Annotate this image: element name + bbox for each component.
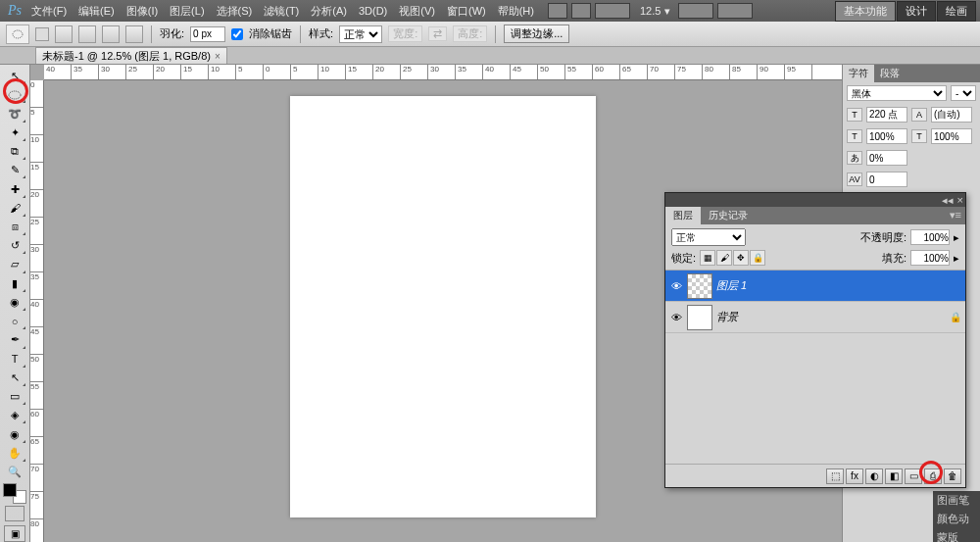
quick-mask-toggle[interactable] (5, 506, 24, 520)
layer-name[interactable]: 背景 (716, 310, 738, 324)
type-tool[interactable]: T (3, 350, 26, 369)
close-tab-icon[interactable]: × (215, 51, 220, 62)
layer-thumbnail[interactable] (687, 273, 712, 299)
menu-image[interactable]: 图像(I) (121, 4, 164, 19)
workspace-tab-design[interactable]: 设计 (897, 1, 936, 22)
3d-camera-tool[interactable]: ◉ (3, 424, 26, 443)
menu-file[interactable]: 文件(F) (25, 4, 73, 19)
stamp-tool[interactable]: ⧇ (3, 218, 26, 236)
quick-select-tool[interactable]: ✦ (3, 123, 26, 142)
menu-layer[interactable]: 图层(L) (164, 4, 210, 19)
extras-dropdown[interactable] (595, 3, 630, 19)
layer-thumbnail[interactable] (687, 305, 712, 330)
hscale-input[interactable] (931, 128, 972, 144)
close-panel-icon[interactable]: × (957, 194, 963, 206)
opacity-input[interactable] (910, 229, 950, 245)
path-select-tool[interactable]: ↖ (3, 369, 26, 387)
collapsed-panel-item[interactable]: 图画笔 (933, 491, 980, 510)
delete-layer-icon[interactable]: 🗑 (944, 468, 961, 484)
selection-add-icon[interactable] (78, 25, 96, 43)
font-size-input[interactable] (866, 107, 907, 123)
menu-window[interactable]: 窗口(W) (441, 4, 492, 19)
canvas[interactable] (290, 96, 596, 517)
layer-fx-icon[interactable]: fx (846, 468, 863, 484)
bridge-icon[interactable] (548, 3, 567, 19)
visibility-icon[interactable]: 👁 (669, 311, 683, 324)
arrange-dropdown[interactable] (678, 3, 713, 19)
selection-intersect-icon[interactable] (125, 25, 143, 43)
lock-transparency-icon[interactable]: ▦ (700, 250, 715, 266)
ruler-vertical[interactable]: 05101520253035404550556065707580 (30, 80, 44, 542)
menu-3d[interactable]: 3D(D) (353, 5, 393, 17)
eraser-tool[interactable]: ▱ (3, 255, 26, 273)
lock-image-icon[interactable]: 🖌 (716, 250, 732, 266)
visibility-icon[interactable]: 👁 (669, 279, 683, 293)
dodge-tool[interactable]: ○ (3, 312, 26, 330)
menu-analyze[interactable]: 分析(A) (305, 4, 353, 19)
blend-mode-select[interactable]: 正常 (671, 228, 746, 246)
document-tab[interactable]: 未标题-1 @ 12.5% (图层 1, RGB/8) × (35, 47, 227, 64)
menu-select[interactable]: 选择(S) (211, 4, 259, 19)
menu-help[interactable]: 帮助(H) (492, 4, 540, 19)
history-brush-tool[interactable]: ↺ (3, 236, 26, 255)
selection-subtract-icon[interactable] (102, 25, 120, 43)
leading-input[interactable] (931, 107, 972, 123)
screen-mode-icon[interactable]: ▣ (4, 525, 25, 542)
collapse-icon[interactable]: ◂◂ (942, 194, 954, 207)
hand-tool[interactable]: ✋ (3, 444, 26, 463)
lasso-tool[interactable]: ➰ (3, 104, 26, 123)
panel-menu-icon[interactable]: ▾≡ (946, 207, 965, 224)
pen-tool[interactable]: ✒ (3, 330, 26, 349)
fill-input[interactable] (910, 250, 950, 266)
panel-titlebar[interactable]: ◂◂× (665, 193, 965, 207)
tab-character[interactable]: 字符 (843, 65, 874, 82)
adjustment-layer-icon[interactable]: ◧ (885, 468, 903, 484)
eyedropper-tool[interactable]: ✎ (3, 161, 26, 179)
workspace-tab-essentials[interactable]: 基本功能 (835, 1, 896, 22)
collapsed-panel-item[interactable]: 蒙版 (933, 528, 980, 542)
selection-new-icon[interactable] (55, 25, 73, 43)
move-tool[interactable]: ↖ (3, 67, 26, 85)
menu-edit[interactable]: 编辑(E) (73, 4, 121, 19)
tab-history[interactable]: 历史记录 (701, 207, 756, 224)
link-layers-icon[interactable]: ⬚ (826, 468, 844, 484)
3d-tool[interactable]: ◈ (3, 406, 26, 424)
layer-mask-icon[interactable]: ◐ (865, 468, 883, 484)
font-family-select[interactable]: 黑体 (847, 85, 947, 101)
kerning-input[interactable] (866, 172, 907, 187)
zoom-level[interactable]: 12.5 (636, 5, 664, 17)
layer-group-icon[interactable]: ▭ (905, 468, 922, 484)
tab-layers[interactable]: 图层 (665, 207, 701, 224)
workspace-tab-painting[interactable]: 绘画 (937, 1, 976, 22)
tracking-input[interactable] (866, 150, 907, 166)
collapsed-panels[interactable]: 图画笔 颜色动 蒙版 (933, 491, 980, 542)
ruler-horizontal[interactable]: 4035302520151050510152025303540455055606… (44, 65, 842, 80)
shape-tool[interactable]: ▭ (3, 387, 26, 406)
healing-tool[interactable]: ✚ (3, 179, 26, 198)
brush-tool[interactable]: 🖌 (3, 199, 26, 218)
current-tool-icon[interactable] (6, 25, 29, 44)
gradient-tool[interactable]: ▮ (3, 274, 26, 293)
style-select[interactable]: 正常 (339, 25, 382, 43)
collapsed-panel-item[interactable]: 颜色动 (933, 510, 980, 528)
feather-input[interactable] (190, 26, 225, 42)
lock-position-icon[interactable]: ✥ (733, 250, 749, 266)
screen-mode-dropdown[interactable] (717, 3, 753, 19)
font-style-select[interactable]: - (951, 85, 976, 101)
marquee-tool[interactable] (3, 85, 26, 104)
layer-row[interactable]: 👁 背景 🔒 (665, 302, 965, 333)
refine-edge-button[interactable]: 调整边缘... (504, 25, 569, 43)
menu-filter[interactable]: 滤镜(T) (258, 4, 305, 19)
layer-row[interactable]: 👁 图层 1 (665, 271, 965, 302)
tab-paragraph[interactable]: 段落 (874, 65, 906, 82)
color-swatch[interactable] (3, 483, 26, 504)
new-layer-icon[interactable]: ⎙ (924, 468, 942, 484)
antialias-checkbox[interactable] (231, 28, 243, 40)
lock-all-icon[interactable]: 🔒 (750, 250, 765, 266)
layer-name[interactable]: 图层 1 (716, 278, 747, 293)
tool-preset-dropdown-icon[interactable] (35, 27, 49, 41)
crop-tool[interactable]: ⧉ (3, 142, 26, 161)
minibridge-icon[interactable] (571, 3, 591, 19)
blur-tool[interactable]: ◉ (3, 293, 26, 312)
vscale-input[interactable] (866, 128, 907, 144)
